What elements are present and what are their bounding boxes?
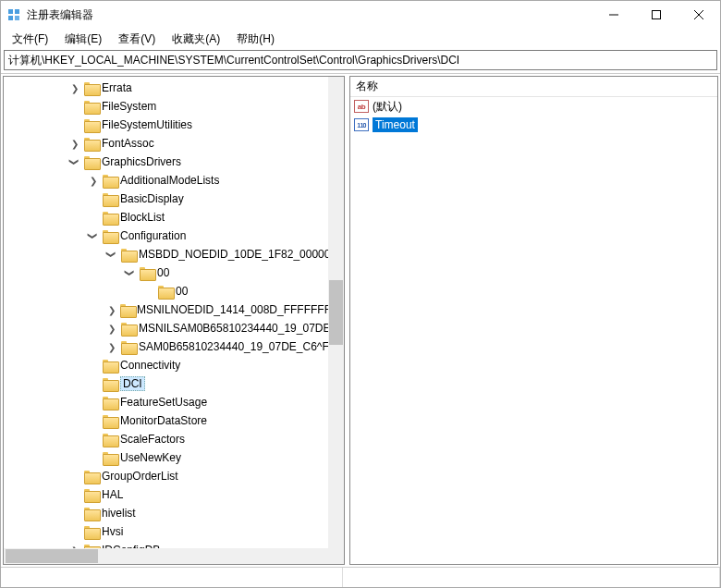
node-graphicsdrivers: GraphicsDrivers [102, 155, 181, 168]
chevron-right-icon[interactable]: ❯ [105, 322, 118, 335]
folder-icon [84, 508, 99, 520]
node-monitordatastore: MonitorDataStore [120, 414, 207, 427]
chevron-down-icon[interactable]: ❯ [124, 266, 137, 279]
horizontal-scrollbar-thumb[interactable] [6, 549, 98, 563]
node-sam: SAM0B65810234440_19_07DE_C6^F1 [139, 340, 335, 353]
window-controls [593, 1, 720, 29]
horizontal-scrollbar[interactable] [4, 548, 328, 564]
tree-node[interactable]: HAL [4, 485, 344, 504]
folder-icon [121, 249, 136, 261]
close-button[interactable] [678, 1, 720, 29]
folder-icon [103, 212, 117, 224]
folder-icon [103, 434, 117, 446]
node-filesystem: FileSystem [102, 100, 156, 113]
chevron-down-icon[interactable]: ❯ [105, 248, 118, 261]
chevron-down-icon[interactable]: ❯ [68, 155, 81, 168]
tree-node[interactable]: ❯GraphicsDrivers [4, 153, 344, 171]
tree-node[interactable]: ❯MSNILSAM0B65810234440_19_07DE_ [4, 319, 344, 337]
svg-rect-5 [653, 11, 661, 19]
tree-node-selected[interactable]: DCI [4, 374, 344, 393]
tree-node[interactable]: FileSystemUtilities [4, 116, 344, 134]
expander-empty [87, 396, 100, 409]
folder-icon [84, 138, 99, 150]
folder-icon [103, 415, 117, 427]
chevron-right-icon[interactable]: ❯ [105, 303, 117, 316]
tree-node[interactable]: FeatureSetUsage [4, 393, 344, 411]
window-title: 注册表编辑器 [27, 7, 593, 23]
folder-icon [121, 323, 136, 335]
tree-node[interactable]: UseNewKey [4, 448, 344, 467]
tree-node[interactable]: ❯SAM0B65810234440_19_07DE_C6^F1 [4, 337, 344, 356]
tree-node[interactable]: ❯MSBDD_NOEDID_10DE_1F82_000000 [4, 245, 344, 263]
folder-icon [103, 193, 117, 205]
address-bar[interactable]: 计算机\HKEY_LOCAL_MACHINE\SYSTEM\CurrentCon… [4, 50, 717, 70]
menu-favorites[interactable]: 收藏夹(A) [165, 30, 227, 49]
chevron-down-icon[interactable]: ❯ [87, 229, 100, 242]
expander-empty [142, 285, 155, 298]
values-pane[interactable]: 名称 (默认) Timeout [349, 76, 718, 565]
reg-sz-icon [354, 100, 369, 113]
tree-pane[interactable]: ❯Errata FileSystem FileSystemUtilities ❯… [3, 76, 345, 565]
column-header-name[interactable]: 名称 [350, 77, 717, 97]
chevron-right-icon[interactable]: ❯ [87, 174, 100, 187]
folder-icon [103, 397, 117, 409]
tree-node[interactable]: 00 [4, 282, 344, 300]
tree-node[interactable]: ❯00 [4, 263, 344, 282]
minimize-button[interactable] [593, 1, 635, 29]
address-path: 计算机\HKEY_LOCAL_MACHINE\SYSTEM\CurrentCon… [8, 53, 459, 68]
folder-icon [84, 82, 99, 94]
tree-node[interactable]: GroupOrderList [4, 467, 344, 485]
folder-icon [84, 119, 99, 131]
node-blocklist: BlockList [120, 211, 165, 224]
expander-empty [68, 488, 81, 501]
expander-empty [87, 211, 100, 224]
tree-node[interactable]: Connectivity [4, 356, 344, 374]
tree-node[interactable]: Hvsi [4, 522, 344, 541]
value-name-timeout: Timeout [373, 117, 418, 132]
statusbar-cell-right [343, 568, 720, 587]
svg-rect-0 [8, 9, 13, 14]
tree-node[interactable]: ❯FontAssoc [4, 134, 344, 153]
expander-empty [87, 433, 100, 446]
chevron-right-icon[interactable]: ❯ [68, 81, 81, 94]
tree-node[interactable]: hivelist [4, 504, 344, 522]
tree-node[interactable]: ❯Configuration [4, 227, 344, 245]
folder-icon [103, 452, 117, 464]
value-row-timeout[interactable]: Timeout [350, 116, 717, 134]
folder-icon [84, 526, 99, 538]
tree-node[interactable]: ScaleFactors [4, 430, 344, 448]
column-header-name-label: 名称 [356, 79, 378, 94]
menu-help[interactable]: 帮助(H) [229, 30, 282, 49]
folder-icon [103, 378, 117, 390]
tree-node[interactable]: ❯MSNILNOEDID_1414_008D_FFFFFFFF_ [4, 300, 344, 319]
menu-file[interactable]: 文件(F) [5, 30, 55, 49]
expander-empty [68, 100, 81, 113]
node-usenewkey: UseNewKey [120, 451, 181, 464]
expander-empty [87, 192, 100, 205]
tree-node[interactable]: ❯AdditionalModeLists [4, 171, 344, 190]
tree-node[interactable]: FileSystem [4, 97, 344, 116]
tree-node[interactable]: ❯Errata [4, 79, 344, 97]
node-connectivity: Connectivity [120, 359, 180, 372]
svg-rect-1 [15, 9, 19, 14]
folder-icon [103, 360, 117, 372]
svg-rect-2 [8, 16, 13, 20]
folder-icon [120, 304, 134, 316]
tree-node[interactable]: BasicDisplay [4, 190, 344, 208]
app-icon [6, 7, 21, 22]
folder-icon [84, 156, 99, 168]
menu-view[interactable]: 查看(V) [111, 30, 163, 49]
chevron-right-icon[interactable]: ❯ [68, 137, 81, 150]
maximize-button[interactable] [635, 1, 678, 29]
vertical-scrollbar-thumb[interactable] [329, 280, 343, 345]
tree-node[interactable]: MonitorDataStore [4, 411, 344, 430]
expander-empty [87, 377, 100, 390]
tree-node[interactable]: BlockList [4, 208, 344, 227]
chevron-right-icon[interactable]: ❯ [105, 340, 118, 353]
expander-empty [68, 470, 81, 483]
menu-edit[interactable]: 编辑(E) [57, 30, 109, 49]
folder-icon [84, 489, 99, 501]
node-dci: DCI [120, 376, 145, 391]
value-row-default[interactable]: (默认) [350, 97, 717, 116]
node-00: 00 [157, 266, 169, 279]
